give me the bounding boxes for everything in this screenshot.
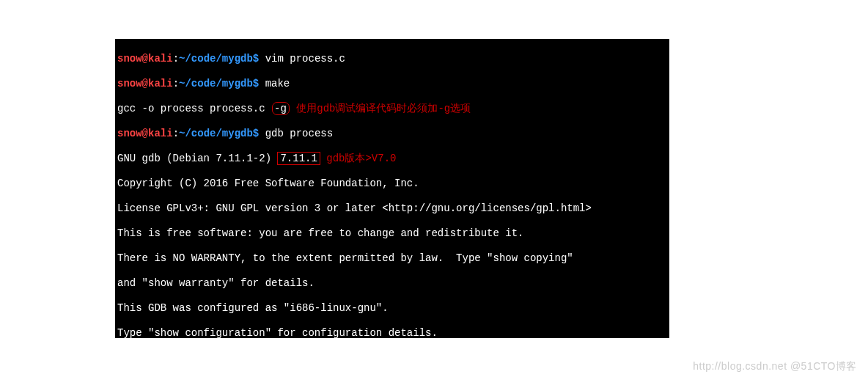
annotation-flag: 使用gdb调试编译代码时必须加-g选项: [290, 103, 471, 114]
annotation-version: gdb版本>V7.0: [320, 153, 397, 164]
watermark-text: http://blog.csdn.net @51CTO博客: [693, 360, 857, 373]
cmd-make: make: [259, 78, 290, 89]
body-line: This is free software: you are free to c…: [117, 227, 667, 240]
prompt-host: kali: [148, 53, 173, 65]
cmd-vim: vim process.c: [259, 53, 345, 65]
body-line: License GPLv3+: GNU GPL version 3 or lat…: [117, 202, 667, 215]
prompt-user: snow: [117, 53, 142, 65]
line-gcc: gcc -o process process.c -g 使用gdb调试编译代码时…: [117, 103, 667, 115]
prompt-path: ~/code/mygdb: [179, 53, 253, 65]
line-make: snow@kali:~/code/mygdb$ make: [117, 78, 667, 90]
line-vim: snow@kali:~/code/mygdb$ vim process.c: [117, 53, 667, 65]
body-line: and "show warranty" for details.: [117, 277, 667, 290]
line-gnu: GNU gdb (Debian 7.11.1-2) 7.11.1 gdb版本>V…: [117, 153, 667, 165]
gdb-version-box: 7.11.1: [277, 152, 320, 165]
cmd-gdb: gdb process: [259, 128, 333, 139]
body-line: Type "show configuration" for configurat…: [117, 327, 667, 338]
body-line: There is NO WARRANTY, to the extent perm…: [117, 252, 667, 265]
line-gdb: snow@kali:~/code/mygdb$ gdb process: [117, 128, 667, 140]
gcc-flag-box: -g: [272, 102, 290, 115]
terminal-window[interactable]: snow@kali:~/code/mygdb$ vim process.c sn…: [115, 39, 669, 338]
body-line: This GDB was configured as "i686-linux-g…: [117, 302, 667, 315]
body-line: Copyright (C) 2016 Free Software Foundat…: [117, 177, 667, 190]
